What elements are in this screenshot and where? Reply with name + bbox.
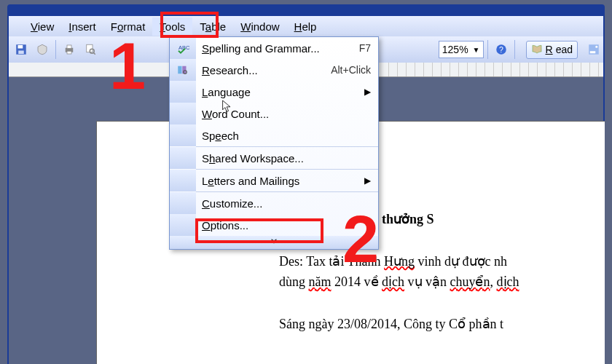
svg-rect-1 [18,45,23,49]
svg-rect-5 [67,51,71,54]
menu-tools[interactable]: Tools [152,17,192,36]
formatting-icon[interactable] [584,40,603,59]
menu-view[interactable]: View [23,17,61,36]
read-label-u: R [546,44,553,55]
svg-rect-2 [18,51,24,55]
menu-format[interactable]: Format [103,17,153,36]
svg-rect-16 [182,66,186,74]
menu-language-label: Language [202,86,364,98]
submenu-arrow-icon: ▶ [364,87,371,97]
menu-table[interactable]: Table [192,17,233,36]
menu-options[interactable]: Options... [170,214,378,236]
zoom-select[interactable]: 125% ▼ [439,41,484,58]
spelling-icon: ABC [170,37,196,59]
permission-icon[interactable] [33,40,52,59]
book-icon [531,43,543,57]
submenu-arrow-icon: ▶ [364,175,371,186]
research-icon [170,59,196,81]
menu-window[interactable]: Window [233,17,286,36]
reading-layout-button[interactable]: Read [526,41,578,59]
zoom-value: 125% [442,44,468,55]
menu-insert[interactable]: Insert [61,17,103,36]
help-icon[interactable]: ? [492,40,511,59]
menu-research-label: Research... [202,64,331,76]
menu-spelling-shortcut: F7 [359,42,371,54]
menu-help[interactable]: Help [287,17,324,36]
doc-line-1: Des: Tax tải Thành Hưng vinh dự được nh [279,251,605,272]
svg-line-8 [94,53,95,55]
menu-language[interactable]: Language ▶ [170,81,378,103]
menu-expand-chevron[interactable] [170,236,378,249]
read-label-post: ead [556,44,573,55]
menu-customize[interactable]: Customize... [170,192,378,214]
svg-point-12 [595,46,597,48]
svg-rect-15 [178,66,181,74]
menu-word-count-label: Word Count... [202,108,371,120]
menu-options-label: Options... [202,219,371,232]
menu-shared-workspace[interactable]: Shared Workspace... [170,147,378,169]
menu-research-shortcut: Alt+Click [331,64,371,76]
menu-bar: View Insert Format Tools Table Window He… [9,16,603,36]
menu-speech-label: Speech [202,130,371,142]
menu-shared-label: Shared Workspace... [202,152,371,165]
menu-letters-label: Letters and Mailings [202,175,364,187]
svg-rect-13 [590,51,596,53]
menu-letters-mailings[interactable]: Letters and Mailings ▶ [170,170,378,191]
save-icon[interactable] [12,40,31,59]
menu-speech[interactable]: Speech [170,124,378,146]
menu-customize-label: Customize... [202,197,371,210]
tools-dropdown: ABC Spelling and Grammar... F7 Research.… [169,36,379,250]
menu-spelling-grammar[interactable]: ABC Spelling and Grammar... F7 [170,37,378,59]
menu-spelling-label: Spelling and Grammar... [202,42,359,55]
doc-line-2: dùng năm 2014 về dịch vụ vận chuyển, dịc… [279,272,605,293]
app-frame: View Insert Format Tools Table Window He… [7,4,605,364]
print-preview-icon[interactable] [81,40,100,59]
doc-line-3: Sáng ngày 23/08/2014, Công ty Cổ phần t [279,314,605,335]
svg-text:?: ? [499,45,503,54]
svg-rect-4 [67,45,71,49]
menu-research[interactable]: Research... Alt+Click [170,59,378,81]
chevron-down-icon: ▼ [473,46,480,54]
menu-word-count[interactable]: Word Count... [170,103,378,124]
print-icon[interactable] [60,40,79,59]
